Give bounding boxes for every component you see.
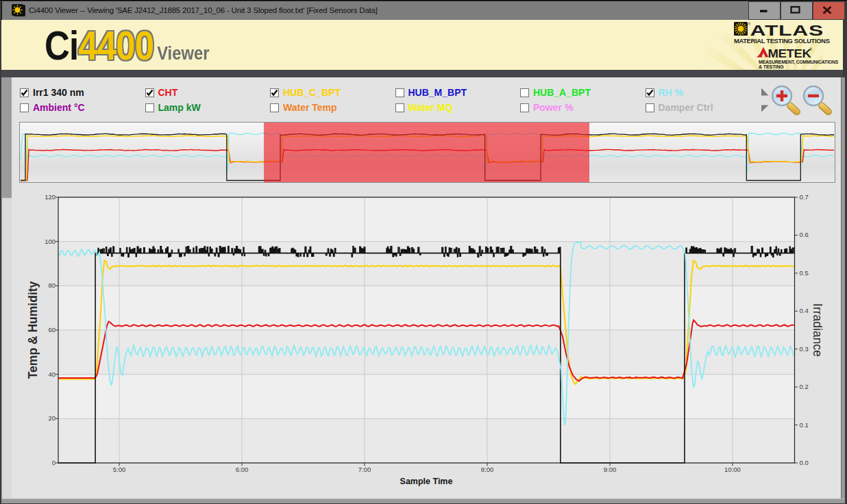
svg-text:Sample Time: Sample Time	[400, 477, 453, 486]
svg-text:60: 60	[48, 326, 56, 333]
svg-text:120: 120	[45, 193, 56, 201]
svg-text:0.3: 0.3	[800, 345, 809, 353]
svg-text:0.5: 0.5	[800, 269, 809, 277]
svg-text:0.2: 0.2	[800, 383, 809, 390]
svg-text:6:00: 6:00	[236, 466, 249, 473]
svg-text:10:00: 10:00	[724, 466, 741, 473]
svg-text:7:00: 7:00	[358, 466, 371, 473]
svg-text:0.4: 0.4	[800, 307, 809, 314]
svg-text:0.6: 0.6	[800, 231, 809, 238]
svg-text:0.0: 0.0	[800, 459, 809, 466]
svg-text:Irradiance: Irradiance	[811, 303, 824, 357]
svg-text:0.7: 0.7	[800, 193, 809, 201]
svg-text:8:00: 8:00	[481, 466, 494, 473]
svg-text:ATLAS: ATLAS	[750, 22, 824, 39]
svg-text:0.1: 0.1	[800, 421, 809, 429]
svg-text:9:00: 9:00	[604, 466, 617, 473]
svg-text:5:00: 5:00	[113, 466, 126, 473]
svg-text:20: 20	[48, 414, 56, 422]
svg-text:& TESTING: & TESTING	[759, 64, 784, 69]
svg-text:40: 40	[48, 370, 56, 378]
svg-text:®: ®	[809, 47, 812, 51]
svg-text:METEK: METEK	[768, 47, 812, 60]
svg-text:80: 80	[48, 281, 56, 289]
svg-text:0: 0	[52, 459, 56, 466]
svg-text:100: 100	[45, 238, 56, 245]
svg-text:MATERIAL TESTING SOLUTIONS: MATERIAL TESTING SOLUTIONS	[734, 38, 830, 45]
svg-text:Temp & Humidity: Temp & Humidity	[26, 281, 40, 379]
